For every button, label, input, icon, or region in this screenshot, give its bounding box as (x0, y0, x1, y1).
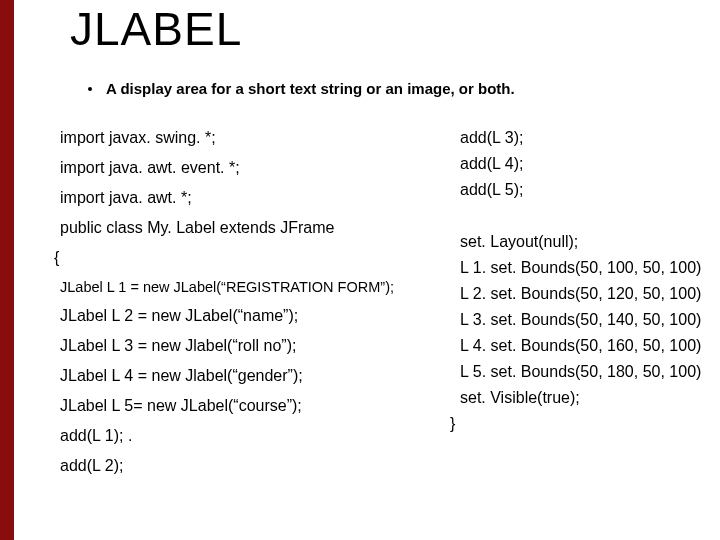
code-line: add(L 2); (60, 456, 440, 476)
code-line: add(L 5); (460, 180, 720, 200)
code-line: add(L 4); (460, 154, 720, 174)
code-line: } (450, 414, 720, 434)
code-line: JLabel L 4 = new Jlabel(“gender”); (60, 366, 440, 386)
code-line: L 4. set. Bounds(50, 160, 50, 100) (460, 336, 720, 356)
code-line: JLabel L 1 = new JLabel(“REGISTRATION FO… (60, 278, 440, 296)
code-line: JLabel L 3 = new Jlabel(“roll no”); (60, 336, 440, 356)
code-line: set. Layout(null); (460, 232, 720, 252)
code-line: { (54, 248, 440, 268)
code-line: L 3. set. Bounds(50, 140, 50, 100) (460, 310, 720, 330)
code-column-right: add(L 3); add(L 4); add(L 5); set. Layou… (460, 128, 720, 440)
code-line: add(L 3); (460, 128, 720, 148)
code-line: import java. awt. event. *; (60, 158, 440, 178)
slide-title: JLABEL (70, 2, 242, 56)
bullet-text: A display area for a short text string o… (106, 80, 515, 97)
bullet-line: A display area for a short text string o… (88, 80, 515, 97)
code-line: import javax. swing. *; (60, 128, 440, 148)
code-line: add(L 1); . (60, 426, 440, 446)
bullet-icon (88, 87, 92, 91)
code-line: L 2. set. Bounds(50, 120, 50, 100) (460, 284, 720, 304)
code-line: import java. awt. *; (60, 188, 440, 208)
code-column-left: import javax. swing. *; import java. awt… (60, 128, 440, 486)
code-line: JLabel L 2 = new JLabel(“name”); (60, 306, 440, 326)
code-line: L 5. set. Bounds(50, 180, 50, 100) (460, 362, 720, 382)
code-line: JLabel L 5= new JLabel(“course”); (60, 396, 440, 416)
code-line: set. Visible(true); (460, 388, 720, 408)
code-line: L 1. set. Bounds(50, 100, 50, 100) (460, 258, 720, 278)
code-line: public class My. Label extends JFrame (60, 218, 440, 238)
accent-bar (0, 0, 14, 540)
